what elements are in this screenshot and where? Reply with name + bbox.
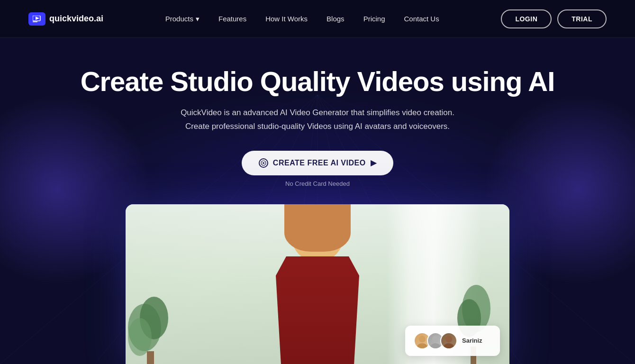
nav-link-howitworks[interactable]: How It Works [265, 15, 308, 23]
svg-point-31 [444, 343, 454, 348]
hero-subtitle: QuickVideo is an advanced AI Video Gener… [0, 106, 635, 134]
logo[interactable]: quickvideo.ai [28, 12, 103, 26]
nav-buttons: LOGIN TRIAL [501, 9, 607, 28]
nav-item-features[interactable]: Features [218, 15, 246, 23]
avatar-panel-label: Sariniz [462, 337, 482, 344]
avatar-bubbles [414, 332, 457, 349]
nav-links: Products ▾ Features How It Works Blogs P… [165, 15, 439, 23]
video-icon [259, 158, 268, 168]
svg-point-28 [432, 336, 439, 342]
nav-item-contact[interactable]: Contact Us [404, 15, 439, 23]
trial-button[interactable]: TRIAL [557, 9, 607, 28]
nav-link-contact[interactable]: Contact Us [404, 15, 439, 23]
svg-point-27 [417, 343, 427, 348]
avatar-hair [289, 204, 346, 223]
nav-link-products[interactable]: Products ▾ [165, 15, 200, 23]
avatar-panel: Sariniz [405, 326, 500, 356]
nav-item-pricing[interactable]: Pricing [363, 15, 385, 23]
chevron-down-icon: ▾ [196, 15, 200, 23]
svg-marker-15 [36, 17, 39, 20]
svg-rect-22 [147, 351, 154, 364]
svg-point-21 [128, 318, 152, 356]
svg-marker-18 [263, 162, 265, 164]
arrow-icon: ▶ [371, 158, 377, 167]
nav-link-pricing[interactable]: Pricing [363, 15, 385, 23]
logo-text: quickvideo.ai [49, 14, 103, 24]
nav-item-howitworks[interactable]: How It Works [265, 15, 308, 23]
hero-section: Create Studio Quality Videos using AI Qu… [0, 38, 635, 364]
hero-title: Create Studio Quality Videos using AI [0, 66, 635, 97]
nav-link-blogs[interactable]: Blogs [327, 15, 345, 23]
nav-item-blogs[interactable]: Blogs [327, 15, 345, 23]
video-inner: Sariniz [126, 204, 509, 364]
nav-link-features[interactable]: Features [218, 15, 246, 23]
video-preview: Sariniz [126, 204, 509, 364]
no-credit-text: No Credit Card Needed [285, 180, 350, 187]
logo-icon [28, 12, 45, 26]
svg-point-26 [419, 336, 426, 342]
nav-item-products[interactable]: Products ▾ [165, 15, 200, 23]
cta-wrapper: CREATE FREE AI VIDEO ▶ No Credit Card Ne… [0, 151, 635, 187]
login-button[interactable]: LOGIN [501, 9, 552, 28]
plant-left [126, 271, 182, 364]
avatar-bubble-3 [440, 332, 457, 349]
navbar: quickvideo.ai Products ▾ Features How It… [0, 0, 635, 38]
cta-button[interactable]: CREATE FREE AI VIDEO ▶ [242, 151, 393, 175]
svg-point-30 [445, 336, 452, 342]
svg-point-29 [430, 343, 440, 348]
